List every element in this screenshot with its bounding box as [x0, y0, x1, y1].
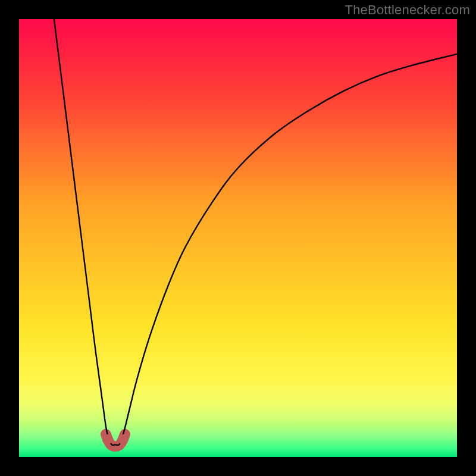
left-dot — [102, 434, 113, 445]
gradient-background — [19, 19, 457, 457]
bottleneck-chart — [19, 19, 457, 457]
right-dot — [118, 434, 129, 445]
chart-frame: TheBottlenecker.com — [0, 0, 476, 476]
plot-area — [19, 19, 457, 457]
watermark-text: TheBottlenecker.com — [345, 2, 470, 18]
